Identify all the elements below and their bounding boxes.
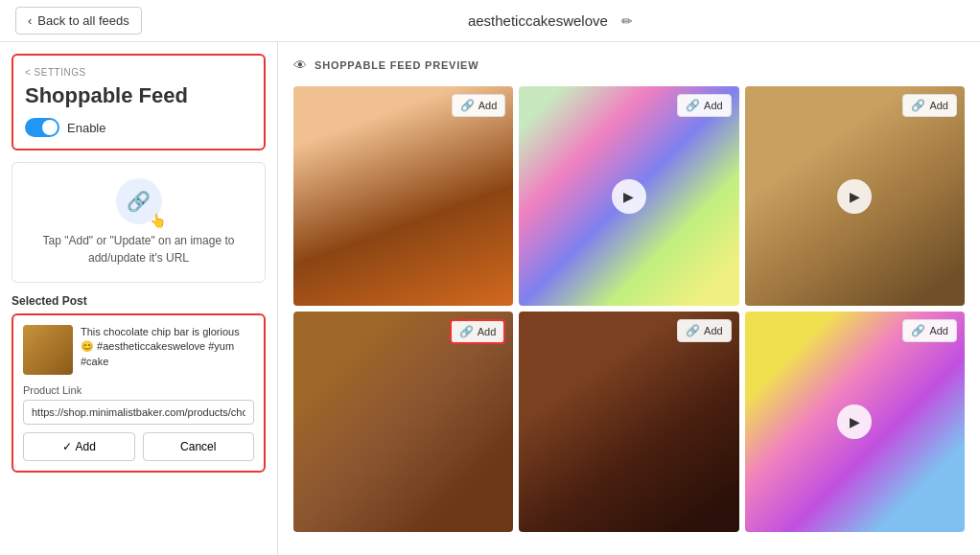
eye-icon: 👁 <box>293 58 307 73</box>
sidebar: < SETTINGS Shoppable Feed Enable 🔗 👆 Tap… <box>0 42 278 555</box>
preview-header: 👁 SHOPPABLE FEED PREVIEW <box>293 58 965 73</box>
photo-cell-1[interactable]: 🔗 Add <box>293 86 513 306</box>
photo-grid: 🔗 Add ▶ 🔗 Add ▶ 🔗 Add <box>293 86 965 532</box>
photo-cell-4[interactable]: 🔗 Add <box>293 312 513 531</box>
toggle-knob <box>42 120 58 135</box>
photo-cell-2[interactable]: ▶ 🔗 Add <box>519 86 738 306</box>
shoppable-feed-title: Shoppable Feed <box>25 83 252 108</box>
preview-title: SHOPPABLE FEED PREVIEW <box>315 59 478 71</box>
chain-link-icon: 🔗 <box>127 190 151 213</box>
link-icon-container: 🔗 👆 <box>116 178 162 224</box>
post-row: This chocolate chip bar is glorious 😊 #a… <box>23 325 254 375</box>
content-area: 👁 SHOPPABLE FEED PREVIEW 🔗 Add ▶ 🔗 Add ▶ <box>278 42 980 555</box>
add-button[interactable]: ✓ Add <box>23 432 135 461</box>
settings-section: < SETTINGS Shoppable Feed Enable <box>12 54 266 150</box>
add-label-4: Add <box>478 326 497 337</box>
photo-cell-3[interactable]: ▶ 🔗 Add <box>745 86 965 306</box>
link-description: Tap "Add" or "Update" on an image to add… <box>28 232 249 266</box>
add-btn-1[interactable]: 🔗 Add <box>452 94 506 117</box>
link-instruction-section: 🔗 👆 Tap "Add" or "Update" on an image to… <box>12 162 266 283</box>
feed-title: aestheticcakeswelovе <box>468 12 608 29</box>
link-icon-4: 🔗 <box>459 325 474 338</box>
play-btn-2: ▶ <box>612 179 646 214</box>
cursor-icon: 👆 <box>150 213 166 228</box>
checkmark-icon: ✓ <box>62 440 72 453</box>
edit-title-button[interactable]: ✏ <box>616 12 639 31</box>
add-btn-5[interactable]: 🔗 Add <box>677 319 732 342</box>
post-actions: ✓ Add Cancel <box>23 432 254 461</box>
selected-post-label: Selected Post <box>12 294 266 308</box>
product-link-label: Product Link <box>23 384 254 396</box>
add-label-3: Add <box>929 100 948 111</box>
add-btn-3[interactable]: 🔗 Add <box>902 94 957 117</box>
link-icon-1: 🔗 <box>460 99 475 112</box>
chevron-left-icon: ‹ <box>28 13 32 28</box>
post-thumbnail <box>23 325 73 375</box>
post-thumb-image <box>23 325 73 375</box>
link-icon-2: 🔗 <box>686 99 700 112</box>
photo-cell-6[interactable]: ▶ 🔗 Add <box>745 312 965 531</box>
add-label-1: Add <box>478 100 498 111</box>
cancel-button[interactable]: Cancel <box>143 432 255 461</box>
header-title-area: aestheticcakeswelovе ✏ <box>142 12 965 31</box>
post-caption: This chocolate chip bar is glorious 😊 #a… <box>81 325 254 375</box>
pencil-icon: ✏ <box>621 13 633 29</box>
add-label-5: Add <box>704 325 723 336</box>
main-layout: < SETTINGS Shoppable Feed Enable 🔗 👆 Tap… <box>0 42 980 555</box>
add-btn-6[interactable]: 🔗 Add <box>902 319 957 342</box>
header: ‹ Back to all feeds aestheticcakeswelovе… <box>0 0 980 42</box>
link-icon-3: 🔗 <box>911 99 925 112</box>
play-btn-6: ▶ <box>837 405 872 439</box>
enable-label: Enable <box>67 121 105 135</box>
add-btn-4[interactable]: 🔗 Add <box>450 319 506 344</box>
back-button[interactable]: ‹ Back to all feeds <box>15 7 142 35</box>
enable-toggle[interactable] <box>25 118 59 137</box>
product-link-input[interactable] <box>23 400 254 425</box>
play-btn-3: ▶ <box>837 179 872 214</box>
add-btn-2[interactable]: 🔗 Add <box>677 94 732 117</box>
enable-row: Enable <box>25 118 252 137</box>
add-label-6: Add <box>929 325 948 336</box>
link-icon-6: 🔗 <box>911 324 925 337</box>
link-icon-5: 🔗 <box>686 324 700 337</box>
selected-post-box: This chocolate chip bar is glorious 😊 #a… <box>12 313 266 473</box>
back-label: Back to all feeds <box>37 13 128 28</box>
photo-cell-5[interactable]: 🔗 Add <box>519 312 738 531</box>
add-label-2: Add <box>704 100 723 111</box>
add-label: Add <box>76 440 96 453</box>
settings-label: < SETTINGS <box>25 67 252 78</box>
